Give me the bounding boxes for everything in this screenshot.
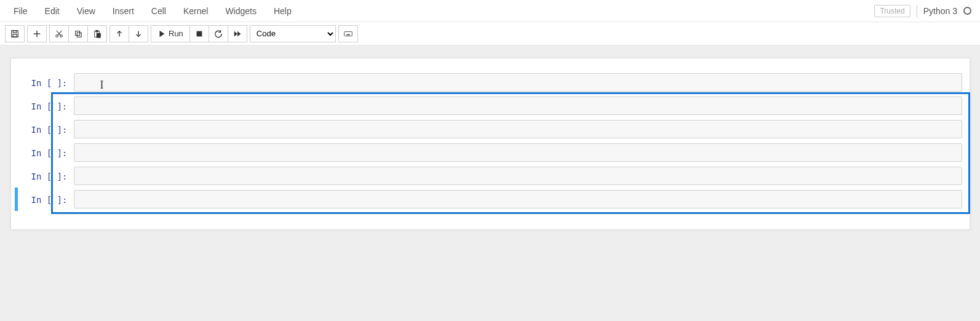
svg-marker-16 [160,30,165,37]
cell-input[interactable] [74,190,962,208]
code-cell[interactable]: In [ ]: [14,94,967,117]
cell-prompt: In [ ]: [18,120,74,135]
notebook-container: In [ ]:IIn [ ]:In [ ]:In [ ]:In [ ]:In [… [10,58,970,230]
interrupt-button[interactable] [190,25,209,42]
stop-icon [195,30,204,38]
menu-view[interactable]: View [68,1,104,21]
cell-input[interactable]: I [74,73,962,92]
fast-forward-icon [233,30,242,38]
restart-icon [214,30,223,38]
save-button[interactable] [5,25,25,42]
kernel-idle-icon[interactable] [963,7,971,15]
paste-icon [93,30,102,38]
cell-prompt: In [ ]: [18,73,74,88]
trusted-indicator[interactable]: Trusted [874,5,910,17]
menu-widgets[interactable]: Widgets [217,1,265,21]
svg-rect-0 [12,30,18,37]
svg-rect-20 [345,31,353,36]
menu-cell[interactable]: Cell [143,1,175,21]
arrow-down-icon [134,30,143,38]
cell-prompt: In [ ]: [18,143,74,158]
cell-type-select[interactable]: Code [250,25,336,42]
menu-edit[interactable]: Edit [36,1,68,21]
code-cell[interactable]: In [ ]: [14,164,967,188]
svg-rect-17 [196,31,202,36]
text-cursor-icon: I [100,79,104,92]
run-button[interactable]: Run [151,25,190,42]
menubar: File Edit View Insert Cell Kernel Widget… [0,0,980,22]
menu-help[interactable]: Help [265,1,300,21]
code-cell[interactable]: In [ ]: [14,117,967,141]
page-area: In [ ]:IIn [ ]:In [ ]:In [ ]:In [ ]:In [… [0,46,980,321]
cell-input[interactable] [74,97,962,115]
svg-rect-9 [76,31,80,35]
plus-icon [33,30,41,38]
code-cell[interactable]: In [ ]: [14,141,967,164]
copy-icon [74,30,82,38]
move-down-button[interactable] [129,25,148,42]
cell-input[interactable] [74,143,962,162]
svg-rect-12 [96,30,98,32]
svg-rect-2 [13,34,17,36]
cell-prompt: In [ ]: [18,190,74,205]
svg-marker-19 [237,31,241,36]
arrow-up-icon [115,30,124,38]
restart-button[interactable] [209,25,228,42]
divider [917,5,917,17]
copy-button[interactable] [69,25,88,42]
move-up-button[interactable] [110,25,129,42]
svg-rect-10 [77,33,81,37]
cell-input[interactable] [74,120,962,138]
code-cell[interactable]: In [ ]: [14,188,967,211]
play-icon [157,30,166,38]
insert-cell-button[interactable] [27,25,47,42]
menu-kernel[interactable]: Kernel [175,1,217,21]
restart-run-all-button[interactable] [228,25,247,42]
menu-insert[interactable]: Insert [104,1,143,21]
svg-rect-13 [97,33,100,38]
svg-rect-1 [13,30,16,33]
menu-file[interactable]: File [5,1,36,21]
cut-button[interactable] [49,25,69,42]
keyboard-icon [344,30,353,38]
svg-marker-18 [234,31,237,36]
cell-input[interactable] [74,167,962,185]
run-label: Run [169,29,183,38]
cut-icon [55,30,63,38]
command-palette-button[interactable] [338,25,358,42]
cell-prompt: In [ ]: [18,167,74,181]
code-cell[interactable]: In [ ]:I [14,71,967,94]
paste-button[interactable] [88,25,107,42]
save-icon [10,30,19,38]
toolbar: Run Code [0,22,980,46]
cell-prompt: In [ ]: [18,97,74,111]
kernel-name[interactable]: Python 3 [923,6,957,16]
